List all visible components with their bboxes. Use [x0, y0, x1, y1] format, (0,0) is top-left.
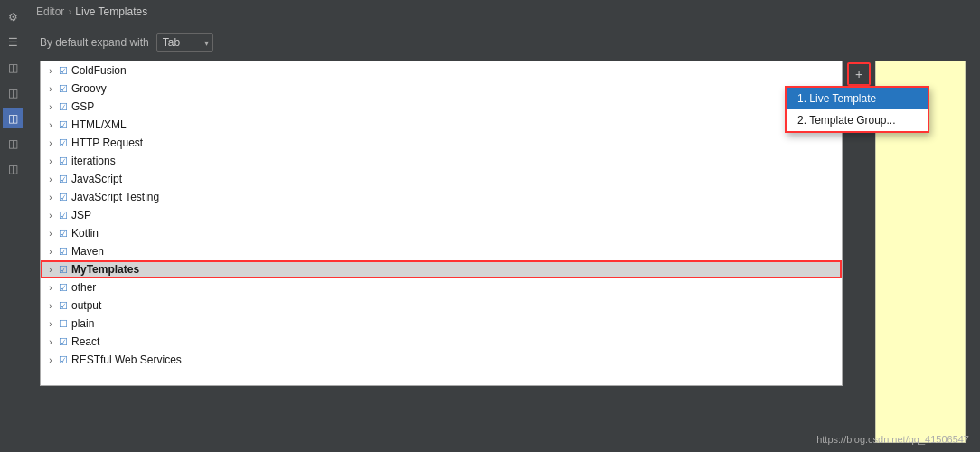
watermark: https://blog.csdn.net/qq_41506547 [816, 434, 969, 445]
list-item-coldfusion[interactable]: ›☑ColdFusion [41, 61, 842, 80]
expand-label: By default expand with [40, 36, 149, 49]
checkbox-groovy[interactable]: ☑ [59, 83, 68, 95]
checkbox-javascript_testing[interactable]: ☑ [59, 192, 68, 203]
breadcrumb-current: Live Templates [75, 5, 147, 18]
checkbox-restful[interactable]: ☑ [59, 354, 68, 366]
list-item-maven[interactable]: ›☑Maven [41, 242, 842, 260]
expand-select[interactable]: Tab Enter Space [156, 33, 213, 52]
checkbox-http_request[interactable]: ☑ [59, 137, 68, 149]
checkbox-output[interactable]: ☑ [59, 300, 68, 312]
expand-select-wrapper[interactable]: Tab Enter Space [156, 33, 213, 52]
template-list[interactable]: ›☑ColdFusion›☑Groovy›☑GSP›☑HTML/XML›☑HTT… [40, 61, 843, 386]
checkbox-kotlin[interactable]: ☑ [59, 228, 68, 240]
list-item-groovy[interactable]: ›☑Groovy [41, 80, 842, 98]
add-button[interactable]: + [847, 62, 871, 86]
item-label-restful: RESTful Web Services [71, 353, 182, 366]
settings-panel: By default expand with Tab Enter Space ›… [25, 24, 980, 452]
item-label-iterations: iterations [71, 155, 116, 167]
main-content: Editor › Live Templates By default expan… [25, 0, 980, 452]
list-item-http_request[interactable]: ›☑HTTP Request [41, 134, 842, 152]
item-label-groovy: Groovy [71, 82, 107, 95]
breadcrumb-separator: › [68, 5, 71, 18]
expand-arrow-output: › [46, 301, 55, 311]
dropdown-popup: 1. Live Template 2. Template Group... [785, 86, 929, 133]
expand-arrow-maven: › [46, 247, 55, 257]
expand-arrow-groovy: › [46, 84, 55, 94]
sidebar-icon-5[interactable]: ◫ [3, 108, 23, 128]
sidebar-icon-7[interactable]: ◫ [3, 159, 23, 179]
checkbox-jsp[interactable]: ☑ [59, 210, 68, 221]
expand-arrow-coldfusion: › [46, 66, 55, 76]
item-label-javascript_testing: JavaScript Testing [71, 191, 159, 203]
list-item-output[interactable]: ›☑output [41, 297, 842, 315]
checkbox-maven[interactable]: ☑ [59, 246, 68, 258]
expand-arrow-gsp: › [46, 102, 55, 112]
sidebar-icon-4[interactable]: ◫ [3, 83, 23, 103]
item-label-kotlin: Kotlin [71, 227, 99, 240]
expand-arrow-plain: › [46, 319, 55, 329]
sidebar-icon-3[interactable]: ◫ [3, 58, 23, 78]
expand-arrow-mytemplates: › [46, 265, 55, 275]
checkbox-html_xml[interactable]: ☑ [59, 119, 68, 131]
template-container: ›☑ColdFusion›☑Groovy›☑GSP›☑HTML/XML›☑HTT… [40, 61, 966, 443]
list-item-plain[interactable]: ›☐plain [41, 315, 842, 333]
expand-arrow-javascript: › [46, 174, 55, 184]
checkbox-javascript[interactable]: ☑ [59, 174, 68, 185]
checkbox-mytemplates[interactable]: ☑ [59, 264, 68, 276]
left-sidebar: ⚙ ☰ ◫ ◫ ◫ ◫ ◫ [0, 0, 25, 452]
expand-arrow-javascript_testing: › [46, 193, 55, 202]
checkbox-plain[interactable]: ☐ [59, 318, 68, 330]
item-label-gsp: GSP [71, 100, 94, 113]
expand-arrow-jsp: › [46, 211, 55, 221]
expand-row: By default expand with Tab Enter Space [40, 33, 966, 52]
dropdown-item-live-template[interactable]: 1. Live Template [787, 88, 928, 109]
list-item-restful[interactable]: ›☑RESTful Web Services [41, 351, 842, 369]
expand-arrow-react: › [46, 337, 55, 347]
list-item-javascript[interactable]: ›☑JavaScript [41, 170, 842, 188]
item-label-output: output [71, 299, 101, 312]
sidebar-icon-1[interactable]: ⚙ [3, 7, 23, 27]
item-label-plain: plain [71, 317, 94, 330]
breadcrumb: Editor › Live Templates [25, 0, 980, 24]
list-item-html_xml[interactable]: ›☑HTML/XML [41, 116, 842, 134]
breadcrumb-parent[interactable]: Editor [36, 5, 64, 18]
list-item-iterations[interactable]: ›☑iterations [41, 152, 842, 170]
list-item-kotlin[interactable]: ›☑Kotlin [41, 224, 842, 242]
checkbox-react[interactable]: ☑ [59, 336, 68, 348]
list-item-mytemplates[interactable]: ›☑MyTemplates [41, 260, 842, 278]
expand-arrow-restful: › [46, 355, 55, 365]
item-label-jsp: JSP [71, 209, 91, 221]
sidebar-icon-2[interactable]: ☰ [3, 33, 23, 52]
checkbox-other[interactable]: ☑ [59, 282, 68, 294]
item-label-http_request: HTTP Request [71, 137, 143, 149]
list-item-javascript_testing[interactable]: ›☑JavaScript Testing [41, 188, 842, 206]
checkbox-gsp[interactable]: ☑ [59, 101, 68, 113]
dropdown-item-template-group[interactable]: 2. Template Group... [787, 109, 928, 131]
list-item-jsp[interactable]: ›☑JSP [41, 206, 842, 224]
item-label-react: React [71, 335, 99, 348]
sidebar-icon-6[interactable]: ◫ [3, 134, 23, 154]
checkbox-iterations[interactable]: ☑ [59, 155, 68, 167]
list-item-other[interactable]: ›☑other [41, 278, 842, 297]
item-label-html_xml: HTML/XML [71, 118, 127, 131]
list-item-react[interactable]: ›☑React [41, 333, 842, 351]
item-label-javascript: JavaScript [71, 173, 122, 185]
item-label-mytemplates: MyTemplates [71, 263, 139, 276]
item-label-coldfusion: ColdFusion [71, 64, 127, 77]
checkbox-coldfusion[interactable]: ☑ [59, 65, 68, 77]
list-item-gsp[interactable]: ›☑GSP [41, 98, 842, 116]
expand-arrow-http_request: › [46, 138, 55, 148]
expand-arrow-kotlin: › [46, 229, 55, 239]
item-label-other: other [71, 281, 96, 294]
expand-arrow-html_xml: › [46, 120, 55, 130]
item-label-maven: Maven [71, 245, 104, 258]
expand-arrow-iterations: › [46, 156, 55, 166]
expand-arrow-other: › [46, 283, 55, 293]
